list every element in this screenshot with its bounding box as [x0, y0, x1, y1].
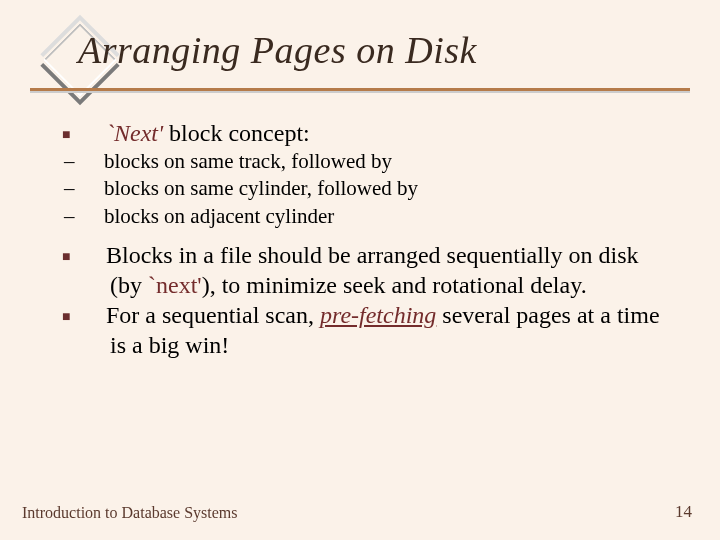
bullet-1: ■`Next' block concept:	[86, 118, 670, 148]
dash-icon: –	[86, 175, 104, 202]
bullet-1-text: block concept:	[163, 120, 310, 146]
bullet-1-accent: `Next'	[106, 120, 163, 146]
dash-icon: –	[86, 203, 104, 230]
bullet-3-accent: pre-fetching	[320, 302, 436, 328]
footer-page-number: 14	[675, 502, 692, 522]
bullet-2: ■Blocks in a file should be arranged seq…	[86, 240, 670, 300]
bullet-2-post: ), to minimize seek and rotational delay…	[202, 272, 587, 298]
bullet-2-accent: `next'	[148, 272, 202, 298]
sub-bullet-2: –blocks on same cylinder, followed by	[86, 175, 670, 202]
dash-icon: –	[86, 148, 104, 175]
sub-bullet-1-text: blocks on same track, followed by	[104, 149, 392, 173]
bullet-3: ■For a sequential scan, pre-fetching sev…	[86, 300, 670, 360]
title-underline	[30, 88, 690, 91]
slide-body: ■`Next' block concept: –blocks on same t…	[86, 118, 670, 360]
sub-bullet-2-text: blocks on same cylinder, followed by	[104, 176, 418, 200]
square-bullet-icon: ■	[86, 308, 106, 326]
spacer	[86, 230, 670, 240]
sub-bullet-3-text: blocks on adjacent cylinder	[104, 204, 334, 228]
bullet-3-pre: For a sequential scan,	[106, 302, 320, 328]
sub-bullet-3: –blocks on adjacent cylinder	[86, 203, 670, 230]
square-bullet-icon: ■	[86, 126, 106, 144]
slide: Arranging Pages on Disk ■`Next' block co…	[0, 0, 720, 540]
square-bullet-icon: ■	[86, 248, 106, 266]
sub-bullet-1: –blocks on same track, followed by	[86, 148, 670, 175]
footer-left: Introduction to Database Systems	[22, 504, 238, 522]
page-title: Arranging Pages on Disk	[78, 28, 477, 72]
